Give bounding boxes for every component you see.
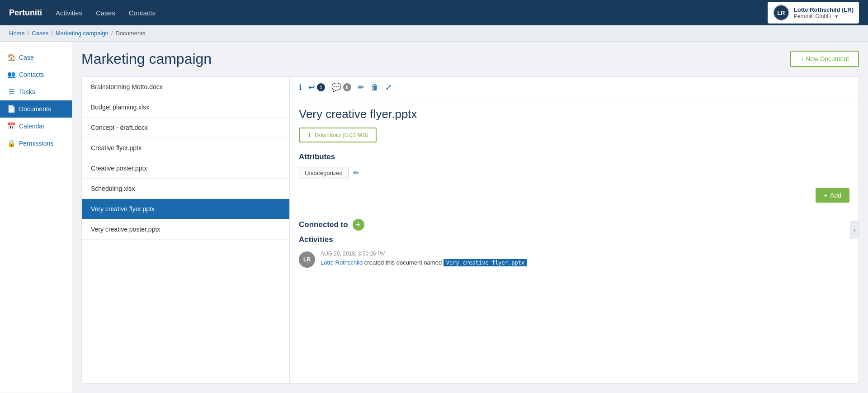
user-company: Pertuniti GmbH ▼ — [794, 13, 854, 19]
breadcrumb-home[interactable]: Home — [9, 30, 25, 37]
sidebar-item-permissions[interactable]: 🔒 Permissions — [0, 135, 72, 152]
file-item[interactable]: Brainstorming Motto.docx — [82, 77, 289, 97]
sidebar-label-tasks: Tasks — [19, 88, 35, 95]
documents-icon: 📄 — [7, 105, 15, 113]
sidebar-label-permissions: Permissions — [19, 140, 53, 147]
file-item[interactable]: Budget planning.xlsx — [82, 97, 289, 118]
avatar: LR — [773, 5, 789, 21]
sidebar-item-contacts[interactable]: 👥 Contacts — [0, 66, 72, 83]
activity-avatar: LR — [299, 251, 315, 268]
sidebar: 🏠 Case 👥 Contacts ☰ Tasks 📄 Documents 📅 … — [0, 42, 72, 393]
collapse-handle[interactable]: ‹ — [850, 221, 859, 239]
nav-cases[interactable]: Cases — [96, 9, 115, 17]
connected-to-title: Connected to — [299, 220, 348, 229]
info-button[interactable]: ℹ — [299, 82, 302, 92]
page-title: Marketing campaign — [81, 51, 212, 67]
attributes-row: Uncategorized ✏ — [299, 167, 849, 179]
activities-section-title: Activities — [299, 235, 849, 244]
sidebar-label-calendar: Calendar — [19, 123, 45, 130]
file-item[interactable]: Concept - draft.docx — [82, 118, 289, 138]
document-body: Very creative flyer.pptx ⬇ Download (0.0… — [290, 98, 859, 283]
split-panel: Brainstorming Motto.docx Budget planning… — [81, 76, 859, 384]
breadcrumb-cases[interactable]: Cases — [32, 30, 48, 37]
file-item-active[interactable]: Very creative flyer.pptx — [82, 199, 289, 219]
sidebar-label-documents: Documents — [19, 105, 51, 113]
attribute-edit-button[interactable]: ✏ — [353, 169, 359, 177]
main-container: 🏠 Case 👥 Contacts ☰ Tasks 📄 Documents 📅 … — [0, 42, 868, 393]
sidebar-item-case[interactable]: 🏠 Case — [0, 49, 72, 66]
activity-timestamp: AUG 20, 2018, 3:50:26 PM — [321, 251, 527, 257]
sidebar-item-tasks[interactable]: ☰ Tasks — [0, 83, 72, 100]
sidebar-label-contacts: Contacts — [19, 71, 44, 78]
nav-contacts[interactable]: Contacts — [129, 9, 156, 17]
nav-activities[interactable]: Activities — [56, 9, 82, 17]
download-button[interactable]: ⬇ Download (0.03 MB) — [299, 128, 377, 142]
document-filename: Very creative flyer.pptx — [299, 107, 849, 121]
content-area: Marketing campaign + New Document Brains… — [72, 42, 868, 393]
document-detail: ℹ ↩ 1 💬 0 ✏ 🗑 — [290, 77, 859, 383]
sidebar-label-case: Case — [19, 54, 34, 61]
app-brand: Pertuniti — [9, 8, 42, 18]
attributes-section-title: Attributes — [299, 152, 849, 161]
edit-button[interactable]: ✏ — [358, 82, 364, 92]
activity-text: Lotte Rothschild created this document n… — [321, 258, 527, 267]
file-item[interactable]: Scheduling.xlsx — [82, 179, 289, 199]
history-badge: 1 — [317, 83, 325, 91]
dropdown-arrow: ▼ — [834, 14, 839, 19]
activity-content: AUG 20, 2018, 3:50:26 PM Lotte Rothschil… — [321, 251, 527, 268]
delete-button[interactable]: 🗑 — [371, 83, 379, 92]
permissions-icon: 🔒 — [7, 139, 15, 147]
file-item[interactable]: Very creative poster.pptx — [82, 219, 289, 240]
add-label: Add — [830, 192, 841, 199]
breadcrumb: Home / Cases / Marketing campaign / Docu… — [0, 25, 868, 42]
new-document-button[interactable]: + New Document — [790, 51, 859, 67]
user-info: Lotte Rothschild (LR) Pertuniti GmbH ▼ — [794, 6, 854, 19]
breadcrumb-marketing-campaign[interactable]: Marketing campaign — [56, 30, 108, 37]
edit-icon: ✏ — [358, 82, 364, 92]
tasks-icon: ☰ — [7, 88, 15, 96]
download-label: Download (0.03 MB) — [315, 132, 368, 138]
info-icon: ℹ — [299, 82, 302, 92]
add-icon: + — [824, 192, 827, 199]
file-item[interactable]: Creative flyer.pptx — [82, 138, 289, 158]
user-menu[interactable]: LR Lotte Rothschild (LR) Pertuniti GmbH … — [768, 2, 859, 24]
calendar-icon: 📅 — [7, 122, 15, 130]
history-button[interactable]: ↩ 1 — [308, 82, 325, 92]
connected-to-row: Connected to + — [299, 219, 849, 231]
download-icon: ⬇ — [307, 132, 312, 138]
home-icon: 🏠 — [7, 53, 15, 62]
file-item[interactable]: Creative poster.pptx — [82, 158, 289, 179]
breadcrumb-documents: Documents — [115, 30, 145, 37]
sidebar-item-calendar[interactable]: 📅 Calendar — [0, 118, 72, 135]
breadcrumb-sep-1: / — [28, 30, 29, 37]
page-title-row: Marketing campaign + New Document — [81, 51, 859, 67]
document-toolbar: ℹ ↩ 1 💬 0 ✏ 🗑 — [290, 77, 859, 98]
activity-item: LR AUG 20, 2018, 3:50:26 PM Lotte Rothsc… — [299, 251, 849, 268]
contacts-icon: 👥 — [7, 71, 15, 79]
expand-button[interactable]: ⤢ — [385, 82, 392, 92]
comment-icon: 💬 — [331, 82, 341, 92]
activity-author-link[interactable]: Lotte Rothschild — [321, 259, 363, 266]
expand-icon: ⤢ — [385, 82, 392, 92]
breadcrumb-sep-2: / — [51, 30, 53, 37]
history-icon: ↩ — [308, 82, 315, 92]
attribute-tag: Uncategorized — [299, 167, 349, 179]
connected-to-add-button[interactable]: + — [353, 219, 364, 231]
comment-button[interactable]: 💬 0 — [331, 82, 351, 92]
file-list: Brainstorming Motto.docx Budget planning… — [82, 77, 290, 383]
sidebar-item-documents[interactable]: 📄 Documents — [0, 100, 72, 118]
add-button[interactable]: + Add — [816, 188, 849, 203]
username: Lotte Rothschild (LR) — [794, 6, 854, 13]
breadcrumb-sep-3: / — [111, 30, 113, 37]
top-navigation: Pertuniti Activities Cases Contacts LR L… — [0, 0, 868, 25]
comment-badge: 0 — [343, 83, 351, 91]
delete-icon: 🗑 — [371, 83, 379, 92]
activity-document-name: Very creative flyer.pptx — [443, 259, 527, 266]
nav-links: Activities Cases Contacts — [56, 9, 768, 17]
